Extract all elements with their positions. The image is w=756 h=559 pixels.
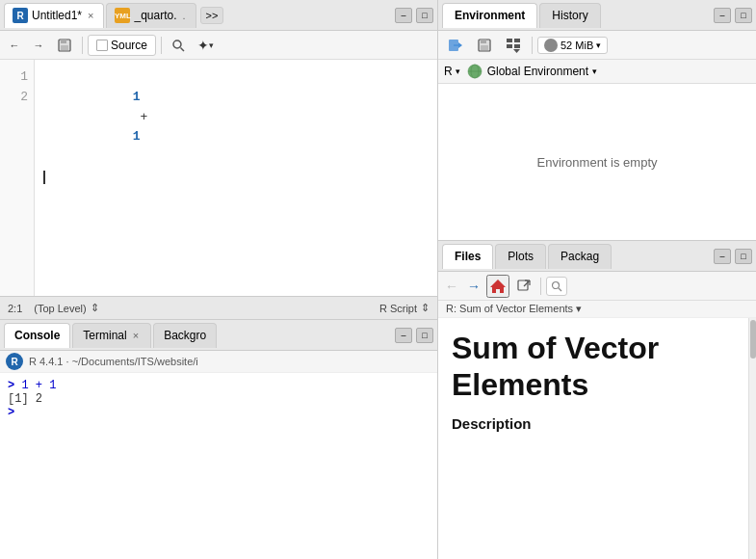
svg-marker-15 <box>513 49 520 53</box>
files-toolbar-sep <box>540 278 541 295</box>
console-info-bar: R R 4.4.1 · ~/Documents/ITS/website/i <box>0 351 437 373</box>
help-search-box[interactable] <box>546 277 567 296</box>
help-scroll-thumb[interactable] <box>750 320 756 359</box>
source-button[interactable]: Source <box>88 35 156 56</box>
editor-window-actions: – □ <box>395 8 433 23</box>
terminal-tab-label: Terminal <box>83 329 126 342</box>
svg-marker-19 <box>490 280 506 293</box>
packages-tab-label: Packag <box>560 250 599 263</box>
help-export-btn[interactable] <box>512 276 535 297</box>
tab-history[interactable]: History <box>539 3 600 28</box>
plots-tab-label: Plots <box>508 250 534 263</box>
help-home-btn[interactable] <box>486 275 509 298</box>
tab-plots[interactable]: Plots <box>495 244 546 269</box>
save-icon <box>57 38 72 53</box>
env-dropbar: R ▾ Global Environment ▾ <box>438 60 756 84</box>
export-icon <box>517 280 531 293</box>
search-icon <box>171 39 185 52</box>
tab-untitled1[interactable]: R Untitled1* × <box>4 3 104 28</box>
tab-background[interactable]: Backgro <box>153 323 217 348</box>
env-save-btn[interactable] <box>472 35 497 56</box>
svg-rect-11 <box>507 39 512 42</box>
source-checkbox[interactable] <box>96 40 108 51</box>
wand-btn[interactable]: ✦ ▾ <box>193 35 219 56</box>
help-scrollbar[interactable] <box>748 318 756 559</box>
editor-section: R Untitled1* × YML _quarto. . >> – □ ← <box>0 0 437 320</box>
help-big-title: Sum of Vector Elements <box>452 330 735 404</box>
grid-icon <box>505 37 522 54</box>
history-tab-label: History <box>552 9 587 22</box>
editor-status-bar: 2:1 (Top Level) ⇕ R Script ⇕ <box>0 296 437 319</box>
svg-rect-9 <box>481 40 486 43</box>
wand-chevron: ▾ <box>209 40 214 50</box>
help-forward-btn[interactable]: → <box>464 277 483 296</box>
tab-untitled1-close[interactable]: × <box>86 10 95 21</box>
tab-untitled1-label: Untitled1* <box>32 9 82 22</box>
svg-line-4 <box>181 47 185 51</box>
r-lang-label: R <box>444 65 453 78</box>
grid-view-btn[interactable] <box>500 35 527 56</box>
editor-tab-bar: R Untitled1* × YML _quarto. . >> – □ <box>0 0 437 31</box>
prompt-symbol-2: > <box>8 406 14 419</box>
svg-rect-14 <box>514 44 520 48</box>
files-minimize-btn[interactable]: – <box>714 249 731 264</box>
tab-terminal[interactable]: Terminal × <box>72 323 151 348</box>
files-section: Files Plots Packag – □ ← → <box>438 241 756 559</box>
global-env-dropdown[interactable]: Global Environment ▾ <box>466 63 597 80</box>
forward-btn[interactable]: → <box>28 35 49 56</box>
tab-quarto-close[interactable]: . <box>181 10 188 21</box>
svg-point-24 <box>553 281 560 288</box>
toolbar-sep-1 <box>82 37 83 54</box>
svg-rect-12 <box>514 39 520 42</box>
tab-files[interactable]: Files <box>442 244 493 269</box>
help-back-btn[interactable]: ← <box>442 277 461 296</box>
console-window-actions: – □ <box>395 328 433 343</box>
tab-environment[interactable]: Environment <box>442 3 537 28</box>
console-minimize-btn[interactable]: – <box>395 328 412 343</box>
console-tab-label: Console <box>14 329 60 342</box>
help-title-bar[interactable]: R: Sum of Vector Elements ▾ <box>438 301 756 318</box>
tab-console[interactable]: Console <box>4 323 70 348</box>
svg-rect-10 <box>481 45 488 50</box>
tab-quarto[interactable]: YML _quarto. . <box>106 3 196 28</box>
console-maximize-btn[interactable]: □ <box>416 328 433 343</box>
files-tab-bar: Files Plots Packag – □ <box>438 241 756 272</box>
env-window-actions: – □ <box>714 8 752 23</box>
editor-maximize-btn[interactable]: □ <box>416 8 433 23</box>
console-content[interactable]: > 1 + 1 [1] 2 > <box>0 373 437 559</box>
save-btn[interactable] <box>52 35 77 56</box>
prompt-symbol-1: > <box>8 379 21 392</box>
env-maximize-btn[interactable]: □ <box>735 8 752 23</box>
code-line-2 <box>42 168 430 188</box>
filetype-selector[interactable]: R Script ⇕ <box>379 302 430 314</box>
env-save-icon <box>477 38 492 53</box>
env-empty-state: Environment is empty <box>438 84 756 240</box>
r-language-dropdown[interactable]: R ▾ <box>444 65 460 78</box>
background-tab-label: Backgro <box>164 329 206 342</box>
console-line-1: > 1 + 1 <box>8 379 430 392</box>
line-number-1: 1 <box>6 67 28 88</box>
terminal-close[interactable]: × <box>131 330 141 341</box>
environment-section: Environment History – □ <box>438 0 756 241</box>
code-editor[interactable]: 1 2 1 + 1 <box>0 60 437 296</box>
code-content[interactable]: 1 + 1 <box>35 60 437 296</box>
import-data-btn[interactable] <box>442 35 469 56</box>
tab-overflow-btn[interactable]: >> <box>200 7 224 24</box>
back-btn[interactable]: ← <box>4 35 25 56</box>
svg-rect-13 <box>507 44 512 48</box>
scope-selector[interactable]: (Top Level) ⇕ <box>34 302 98 314</box>
env-minimize-btn[interactable]: – <box>714 8 731 23</box>
search-btn[interactable] <box>167 35 190 56</box>
svg-rect-2 <box>61 45 68 50</box>
files-window-actions: – □ <box>714 249 752 264</box>
tab-packages[interactable]: Packag <box>548 244 612 269</box>
console-output: [1] 2 <box>8 392 42 406</box>
r-version-info: R 4.4.1 · ~/Documents/ITS/website/i <box>29 356 198 367</box>
home-icon <box>488 277 508 296</box>
line-numbers: 1 2 <box>0 60 35 296</box>
editor-minimize-btn[interactable]: – <box>395 8 412 23</box>
files-maximize-btn[interactable]: □ <box>735 249 752 264</box>
console-line-2: [1] 2 <box>8 392 430 406</box>
toolbar-sep-2 <box>161 37 162 54</box>
code-line-1: 1 + 1 <box>42 67 430 168</box>
